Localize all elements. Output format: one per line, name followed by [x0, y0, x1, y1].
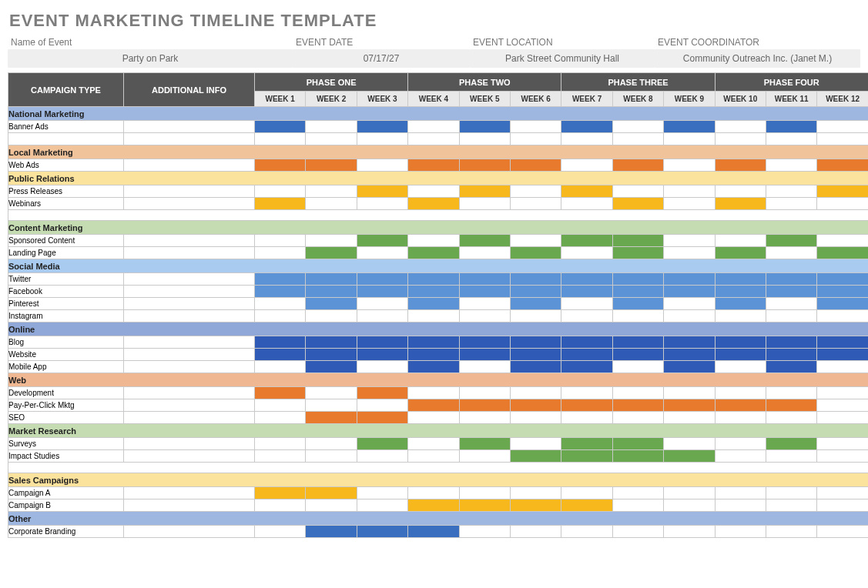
week-cell[interactable]	[561, 298, 612, 310]
week-cell[interactable]	[715, 310, 766, 322]
week-cell[interactable]	[306, 185, 357, 198]
week-cell[interactable]	[306, 121, 357, 133]
week-cell[interactable]	[664, 450, 715, 463]
row-label[interactable]: SEO	[8, 412, 124, 424]
week-cell[interactable]	[664, 438, 715, 450]
week-cell[interactable]	[459, 387, 510, 399]
week-cell[interactable]	[408, 526, 459, 538]
week-cell[interactable]	[817, 412, 868, 424]
row-info[interactable]	[124, 349, 255, 361]
week-cell[interactable]	[255, 349, 306, 361]
week-cell[interactable]	[459, 399, 510, 412]
week-cell[interactable]	[561, 336, 612, 349]
week-cell[interactable]	[612, 298, 663, 310]
week-cell[interactable]	[306, 361, 357, 373]
week-cell[interactable]	[408, 438, 459, 450]
week-cell[interactable]	[306, 387, 357, 399]
week-cell[interactable]	[255, 387, 306, 399]
week-cell[interactable]	[357, 286, 407, 298]
week-cell[interactable]	[612, 273, 663, 286]
row-info[interactable]	[124, 286, 255, 298]
week-cell[interactable]	[357, 185, 407, 198]
week-cell[interactable]	[459, 198, 510, 210]
week-cell[interactable]	[459, 247, 510, 259]
week-cell[interactable]	[664, 198, 715, 210]
week-cell[interactable]	[459, 235, 510, 247]
week-cell[interactable]	[817, 185, 868, 198]
row-label[interactable]: Sponsored Content	[8, 235, 124, 247]
row-label[interactable]	[8, 133, 124, 145]
week-cell[interactable]	[561, 235, 612, 247]
row-info[interactable]	[124, 235, 255, 247]
week-cell[interactable]	[408, 310, 459, 322]
week-cell[interactable]	[306, 399, 357, 412]
week-cell[interactable]	[459, 499, 510, 512]
row-label[interactable]: Pay-Per-Click Mktg	[8, 399, 124, 412]
week-cell[interactable]	[612, 247, 663, 259]
week-cell[interactable]	[612, 235, 663, 247]
week-cell[interactable]	[357, 159, 407, 172]
week-cell[interactable]	[459, 361, 510, 373]
row-label[interactable]: Banner Ads	[8, 121, 124, 133]
week-cell[interactable]	[715, 273, 766, 286]
week-cell[interactable]	[306, 310, 357, 322]
week-cell[interactable]	[766, 286, 817, 298]
week-cell[interactable]	[510, 247, 561, 259]
week-cell[interactable]	[306, 412, 357, 424]
week-cell[interactable]	[612, 349, 663, 361]
week-cell[interactable]	[510, 286, 561, 298]
week-cell[interactable]	[664, 399, 715, 412]
row-label[interactable]: Corporate Branding	[8, 526, 124, 538]
week-cell[interactable]	[459, 526, 510, 538]
week-cell[interactable]	[612, 450, 663, 463]
week-cell[interactable]	[306, 487, 357, 499]
week-cell[interactable]	[766, 438, 817, 450]
week-cell[interactable]	[766, 273, 817, 286]
week-cell[interactable]	[715, 499, 766, 512]
week-cell[interactable]	[510, 121, 561, 133]
row-info[interactable]	[124, 361, 255, 373]
week-cell[interactable]	[408, 235, 459, 247]
week-cell[interactable]	[715, 336, 766, 349]
week-cell[interactable]	[766, 336, 817, 349]
row-info[interactable]	[124, 185, 255, 198]
week-cell[interactable]	[561, 387, 612, 399]
week-cell[interactable]	[561, 159, 612, 172]
week-cell[interactable]	[408, 185, 459, 198]
row-label[interactable]: Press Releases	[8, 185, 124, 198]
week-cell[interactable]	[255, 399, 306, 412]
week-cell[interactable]	[255, 412, 306, 424]
week-cell[interactable]	[255, 121, 306, 133]
week-cell[interactable]	[255, 198, 306, 210]
week-cell[interactable]	[408, 121, 459, 133]
week-cell[interactable]	[357, 526, 407, 538]
week-cell[interactable]	[715, 298, 766, 310]
week-cell[interactable]	[612, 336, 663, 349]
week-cell[interactable]	[715, 159, 766, 172]
row-label[interactable]: Campaign B	[8, 499, 124, 512]
week-cell[interactable]	[408, 273, 459, 286]
week-cell[interactable]	[561, 198, 612, 210]
week-cell[interactable]	[255, 298, 306, 310]
week-cell[interactable]	[715, 247, 766, 259]
week-cell[interactable]	[715, 526, 766, 538]
week-cell[interactable]	[612, 526, 663, 538]
week-cell[interactable]	[664, 526, 715, 538]
week-cell[interactable]	[766, 235, 817, 247]
meta-loc-value[interactable]: Park Street Community Hall	[470, 49, 655, 68]
week-cell[interactable]	[561, 310, 612, 322]
row-info[interactable]	[124, 399, 255, 412]
week-cell[interactable]	[715, 387, 766, 399]
week-cell[interactable]	[561, 133, 612, 145]
week-cell[interactable]	[510, 487, 561, 499]
week-cell[interactable]	[306, 499, 357, 512]
week-cell[interactable]	[664, 349, 715, 361]
week-cell[interactable]	[306, 235, 357, 247]
week-cell[interactable]	[357, 438, 407, 450]
week-cell[interactable]	[715, 412, 766, 424]
week-cell[interactable]	[715, 198, 766, 210]
meta-date-value[interactable]: 07/17/27	[293, 49, 470, 68]
week-cell[interactable]	[715, 450, 766, 463]
row-info[interactable]	[124, 387, 255, 399]
week-cell[interactable]	[561, 273, 612, 286]
